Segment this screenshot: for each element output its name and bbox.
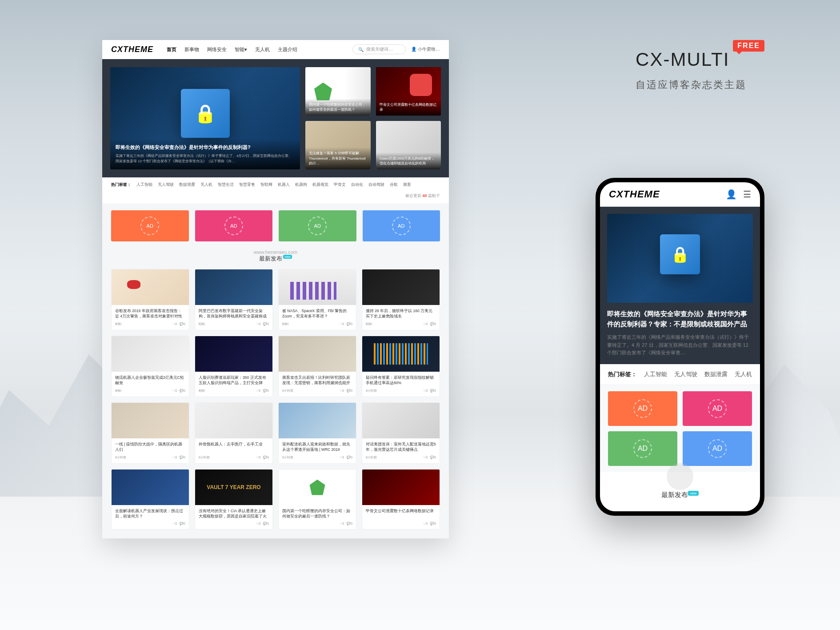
comment-icon[interactable]: 💬0 — [263, 522, 269, 526]
like-icon[interactable]: ♡0 — [423, 389, 428, 393]
nav-security[interactable]: 网络安全 — [207, 46, 227, 53]
nav-drone[interactable]: 无人机 — [255, 46, 270, 53]
comment-icon[interactable]: 💬0 — [347, 522, 352, 526]
tag-link[interactable]: 人工智能 — [644, 370, 667, 378]
comment-icon[interactable]: 💬0 — [180, 322, 185, 326]
card-image — [279, 269, 356, 305]
comment-icon[interactable]: 💬0 — [430, 322, 436, 326]
comment-icon[interactable]: 💬0 — [430, 456, 436, 459]
tag-link[interactable]: 智联网 — [260, 182, 272, 188]
nav-home[interactable]: 首页 — [167, 46, 176, 53]
user-menu[interactable]: 👤 小牛爱唯… — [411, 46, 440, 52]
like-icon[interactable]: ♡0 — [172, 322, 177, 326]
tag-link[interactable]: 数据泄露 — [179, 182, 195, 188]
tag-link[interactable]: 机器狗 — [295, 182, 307, 188]
tag-link[interactable]: 自动化 — [351, 182, 363, 188]
ad-slot[interactable]: AD — [683, 431, 752, 466]
like-icon[interactable]: ♡0 — [423, 456, 428, 459]
comment-icon[interactable]: 💬0 — [180, 456, 185, 459]
like-icon[interactable]: ♡0 — [256, 456, 260, 459]
tag-link[interactable]: 机器人 — [278, 182, 290, 188]
hero-side-card[interactable]: 国内第一个吃螃蟹的内存安全公司：如何做安全的最后一道防线？ — [305, 67, 371, 116]
desktop-logo[interactable]: CXTHEME — [111, 45, 153, 54]
nav-theme[interactable]: 主题介绍 — [278, 46, 297, 53]
article-card[interactable]: 全面解读机器人产业发展现状：拐点过后，前途何方？♡0💬0 — [111, 469, 189, 530]
ad-slot[interactable]: AD — [363, 210, 440, 241]
user-icon[interactable]: 👤 — [726, 189, 737, 200]
card-image: VAULT 7 YEAR ZERO — [195, 469, 272, 505]
tag-link[interactable]: 无人驾驶 — [158, 182, 174, 188]
article-card[interactable]: 阿里巴巴发布数字基建新一代安全架构，首席架构师将钱盾和安全基建称成数字经济标配刚… — [195, 269, 273, 330]
article-card[interactable]: VAULT 7 YEAR ZERO没有绝对的安全！CIA 承认遭遇史上最大规模数… — [195, 469, 273, 530]
ad-slot[interactable]: AD — [111, 210, 189, 241]
mobile-hero-title[interactable]: 即将生效的《网络安全审查办法》是针对华为事件的反制利器？专家：不是限制或歧视国外… — [607, 309, 753, 329]
search-input[interactable]: 🔍 搜索关键词… — [352, 44, 406, 54]
nav-new[interactable]: 新事物 — [184, 46, 199, 53]
article-card[interactable]: 甲骨文公司泄露数十亿条网络数据记录♡0💬0 — [362, 469, 440, 530]
like-icon[interactable]: ♡0 — [256, 522, 260, 526]
mobile-logo[interactable]: CXTHEME — [609, 189, 720, 200]
article-card[interactable]: 疑问终有答案：新研究发现假指纹解锁手机通过率高达80%8小时前♡0💬0 — [362, 336, 440, 397]
section-title: www.henenseo.com 最新发布new — [102, 249, 449, 269]
article-card[interactable]: 国内第一个吃螃蟹的内存安全公司：如何做安全的最后一道防线？♡0💬0 — [278, 469, 356, 530]
article-card[interactable]: 一线 | 疫情防控大战中，隔离区的机器人们8小时前♡0💬0 — [111, 402, 189, 464]
comment-icon[interactable]: 💬0 — [347, 389, 352, 393]
tag-link[interactable]: 甲骨文 — [334, 182, 346, 188]
like-icon[interactable]: ♡0 — [340, 389, 344, 393]
comment-icon[interactable]: 💬0 — [263, 456, 269, 459]
comment-icon[interactable]: 💬0 — [263, 322, 269, 326]
ad-slot[interactable]: AD — [608, 391, 677, 426]
card-time: 刚刚 — [366, 322, 372, 326]
comment-icon[interactable]: 💬0 — [263, 389, 269, 393]
article-card[interactable]: 物流机器人企业极智嘉完成2亿美元C轮融资刚刚♡0💬0 — [111, 336, 189, 397]
comment-icon[interactable]: 💬0 — [430, 389, 436, 393]
like-icon[interactable]: ♡0 — [340, 522, 344, 526]
comment-icon[interactable]: 💬0 — [347, 456, 352, 459]
tag-link[interactable]: 无人驾驶 — [674, 370, 697, 378]
ad-slot[interactable]: AD — [683, 391, 752, 426]
tag-link[interactable]: 自动驾驶 — [368, 182, 384, 188]
like-icon[interactable]: ♡0 — [256, 389, 260, 393]
mobile-preview: CXTHEME 👤 ☰ 即将生效的《网络安全审查办法》是针对华为事件的反制利器？… — [596, 178, 764, 516]
tag-link[interactable]: 人工智能 — [136, 182, 152, 188]
mobile-hero-image[interactable] — [607, 214, 753, 303]
like-icon[interactable]: ♡0 — [172, 522, 177, 526]
like-icon[interactable]: ♡0 — [172, 389, 177, 393]
like-icon[interactable]: ♡0 — [256, 322, 260, 326]
ad-slot[interactable]: AD — [608, 431, 677, 466]
article-card[interactable]: 僵持 26 年后，微软终于以 160 万美元买下史上最危险域名刚刚♡0💬0 — [362, 269, 440, 330]
article-card[interactable]: 谷歌发布 2019 年政府黑客攻击报告：近 4万次警告，黑客攻击对象更针对性刚刚… — [111, 269, 189, 330]
tag-link[interactable]: 智慧零售 — [239, 182, 255, 188]
like-icon[interactable]: ♡0 — [340, 322, 344, 326]
article-card[interactable]: 外骨骼机器人：左手医疗，右手工业8小时前♡0💬0 — [195, 402, 273, 464]
article-card[interactable]: 人脸识别赛道添新玩家：360 正式发布五款人脸识别终端产品，主打安全牌刚刚♡0💬… — [195, 336, 273, 397]
hero-side-card[interactable]: Osaro完成1600万美元的B轮融资，强化仓储和物流自动化的布局 — [376, 121, 441, 169]
ad-slot[interactable]: AD — [279, 210, 356, 241]
comment-icon[interactable]: 💬0 — [347, 322, 352, 326]
tag-link[interactable]: 数据泄露 — [704, 370, 728, 378]
article-card[interactable]: 对话美团首席：室外无人配送落地还需5年，激光雷达芯片成关键痛点8小时前♡0💬0 — [362, 402, 440, 464]
like-icon[interactable]: ♡0 — [340, 456, 344, 459]
like-icon[interactable]: ♡0 — [172, 456, 177, 459]
hero-side-card[interactable]: 无法修复？黑客 5 分钟即可破解 Thunderbolt，所有装有 Thunde… — [305, 121, 371, 169]
like-icon[interactable]: ♡0 — [423, 522, 428, 526]
tag-link[interactable]: 黑客 — [403, 182, 411, 188]
ad-slot[interactable]: AD — [195, 210, 273, 241]
article-card[interactable]: 室外配送机器人迎来前路和数据，就先从这个赛道开始落地 | WRC 20198小时… — [278, 402, 356, 464]
like-icon[interactable]: ♡0 — [423, 322, 428, 326]
menu-icon[interactable]: ☰ — [743, 189, 751, 200]
tag-link[interactable]: 智慧生活 — [218, 182, 234, 188]
tag-link[interactable]: 谷歌 — [390, 182, 398, 188]
hero-side-card[interactable]: 甲骨文公司泄露数十亿条网络数据记录 — [376, 67, 441, 116]
comment-icon[interactable]: 💬0 — [180, 522, 185, 526]
card-image — [279, 469, 356, 505]
article-card[interactable]: 被 NASA、SpaceX 禁用、FBI 警告的 Zoom，究竟有多不靠谱？刚刚… — [278, 269, 356, 330]
nav-smart[interactable]: 智能▾ — [235, 46, 247, 53]
tag-link[interactable]: 无人机 — [735, 370, 752, 378]
tag-link[interactable]: 机器视觉 — [312, 182, 328, 188]
hero-main-card[interactable]: 即将生效的《网络安全审查办法》是针对华为事件的反制利器? 实施了将近三年的《网络… — [110, 67, 300, 169]
tag-link[interactable]: 无人机 — [200, 182, 212, 188]
comment-icon[interactable]: 💬0 — [180, 389, 185, 393]
article-card[interactable]: 黑客攻击又出新招！比利时研究团队新发现：无需密钥，黑客利用漏洞也能开走特斯拉…8… — [278, 336, 356, 397]
comment-icon[interactable]: 💬0 — [430, 522, 436, 526]
